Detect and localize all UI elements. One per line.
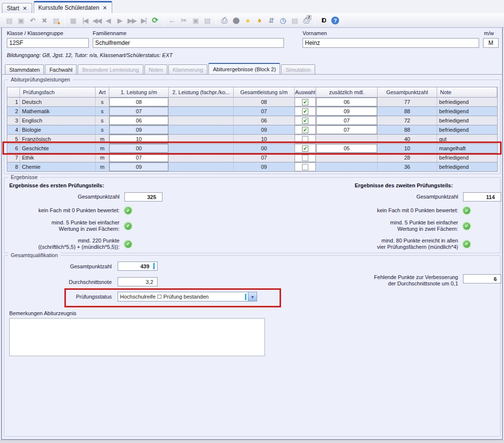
cell-leistung1-input[interactable]: 07 bbox=[109, 107, 169, 116]
table-row-franz-sisch[interactable]: 5Französischm101040gut bbox=[7, 134, 497, 143]
fehlende-punkte-field[interactable]: 6 bbox=[463, 274, 501, 283]
export-disc-icon[interactable]: ⬤ bbox=[231, 15, 242, 26]
checkbox-checked-icon[interactable]: ✔ bbox=[302, 108, 308, 115]
letter-icon[interactable]: ▤ bbox=[289, 15, 300, 26]
alarm-clock-icon[interactable]: ◷ bbox=[278, 15, 288, 26]
cell-zusaetzlich-mdl[interactable]: 09 bbox=[316, 107, 378, 116]
checkbox-checked-icon[interactable]: ✔ bbox=[302, 145, 308, 152]
window-tab-kursstufe-sch-lerdaten[interactable]: Kursstufe Schülerdaten✕ bbox=[34, 1, 112, 13]
print-z-icon[interactable]: ⎙Z bbox=[301, 15, 312, 26]
tab-noten: Noten bbox=[144, 64, 167, 74]
first-record-icon[interactable]: |◀ bbox=[80, 15, 90, 26]
checkbox-unchecked-icon[interactable] bbox=[302, 164, 308, 170]
cell-zusaetzlich-mdl[interactable]: 07 bbox=[316, 125, 378, 134]
cell-leistung1-input[interactable]: 00 bbox=[109, 144, 169, 153]
cell-note: befriedigend bbox=[437, 153, 497, 162]
klasse-input[interactable] bbox=[7, 38, 89, 48]
cell-leistung1-input[interactable]: 09 bbox=[109, 162, 169, 171]
column-header-1-leistung-s-m[interactable]: 1. Leistung s/m bbox=[109, 87, 169, 97]
tb-transfer-icon[interactable]: ⇵ bbox=[266, 15, 277, 26]
checkbox-checked-icon[interactable]: ✔ bbox=[302, 99, 308, 105]
column-header-zus-tzlich-mdl[interactable]: zusätzlich mdl. bbox=[316, 87, 378, 97]
table-row-deutsch[interactable]: 1Deutschs0808✔0677befriedigend bbox=[7, 97, 497, 106]
window-tab-start[interactable]: Start✕ bbox=[2, 3, 32, 13]
tab-close-icon[interactable]: ✕ bbox=[22, 5, 27, 12]
durchschnittsnote-field[interactable]: 3,2 bbox=[118, 277, 158, 286]
cell-leistung1-input[interactable]: 06 bbox=[109, 116, 169, 125]
cell-leistung2 bbox=[169, 107, 234, 116]
undo-icon-glyph: ↶ bbox=[30, 17, 36, 24]
last-record-icon-glyph: ▶| bbox=[141, 17, 146, 24]
checkbox-checked-icon[interactable]: ✔ bbox=[302, 118, 308, 124]
geschlecht-input[interactable] bbox=[483, 38, 499, 48]
criterion-row: kein Fach mit 0 Punkten bewertet:✔ bbox=[7, 207, 163, 214]
cell-note: befriedigend bbox=[437, 162, 497, 171]
cell-leistung1-input[interactable]: 07 bbox=[109, 153, 169, 162]
undo-icon[interactable]: ↶ bbox=[27, 15, 38, 26]
prev-record-icon[interactable]: ◀ bbox=[103, 15, 114, 26]
tab-stammdaten[interactable]: Stammdaten bbox=[5, 64, 44, 74]
cell-gesamtleistung: 07 bbox=[234, 107, 295, 116]
durchschnittsnote-label: Durchschnittsnote bbox=[4, 279, 112, 285]
cell-leistung1-input[interactable]: 10 bbox=[109, 135, 169, 143]
column-header-gesamtleistung-s-m[interactable]: Gesamtleistung s/m bbox=[234, 87, 295, 97]
cell-gesamtpunktzahl: 28 bbox=[378, 153, 437, 162]
table-row-chemie[interactable]: 8Chemiem090936befriedigend bbox=[7, 162, 497, 171]
tab-fachwahl[interactable]: Fachwahl bbox=[45, 64, 77, 74]
paste-icon[interactable]: ▤ bbox=[202, 15, 213, 26]
column-header-nr[interactable] bbox=[7, 87, 20, 97]
column-header-art[interactable]: Art bbox=[96, 87, 109, 97]
familienname-input[interactable] bbox=[93, 38, 284, 48]
next-record-icon[interactable]: ▶ bbox=[115, 15, 125, 26]
pruefungsstatus-combobox[interactable]: Hochschulreife ☐ Prüfung bestanden ▾ bbox=[118, 292, 257, 302]
vornamen-input[interactable] bbox=[302, 38, 479, 48]
column-header-gesamtpunktzahl[interactable]: Gesamtpunktzahl bbox=[378, 87, 437, 97]
remarks-textarea[interactable] bbox=[9, 318, 265, 356]
table-row-biologie[interactable]: 4Biologies0909✔0788befriedigend bbox=[7, 125, 497, 134]
cell-gesamtpunktzahl: 72 bbox=[378, 116, 437, 125]
id-label[interactable]: ID bbox=[318, 15, 329, 26]
checkbox-unchecked-icon[interactable] bbox=[302, 136, 308, 142]
gesamtpunktzahl-field[interactable]: 439 bbox=[118, 262, 158, 271]
cell-zusaetzlich-mdl[interactable]: 05 bbox=[316, 144, 378, 153]
cut-icon[interactable]: ✂ bbox=[179, 15, 189, 26]
combobox-dropdown-button[interactable]: ▾ bbox=[248, 292, 257, 301]
bildungsgang-info: Bildungsgang: G8, Jgst. 12, Tutor: n/a, … bbox=[7, 52, 173, 58]
column-header-auswahl[interactable]: Auswahl bbox=[295, 87, 316, 97]
checkbox-checked-icon[interactable]: ✔ bbox=[302, 127, 308, 133]
last-record-icon[interactable]: ▶| bbox=[138, 15, 149, 26]
delete-record-icon[interactable]: ✖ bbox=[39, 15, 50, 26]
fast-prev-icon[interactable]: ◀◀ bbox=[91, 15, 102, 26]
checkbox-unchecked-icon[interactable] bbox=[302, 155, 308, 161]
copy-icon[interactable]: ▣ bbox=[190, 15, 201, 26]
notification-horn-icon[interactable]: ♦ bbox=[254, 15, 265, 26]
table-row-mathematik[interactable]: 2Mathematiks0707✔0988befriedigend bbox=[7, 106, 497, 116]
criterion-row: kein Fach mit 0 Punkten bewertet:✔ bbox=[314, 207, 502, 214]
column-header-note[interactable]: Note bbox=[437, 87, 497, 97]
column-header-pr-fungsfach[interactable]: Prüfungsfach bbox=[20, 87, 96, 97]
record-list-icon[interactable]: ▦ bbox=[68, 15, 79, 26]
cell-leistung1-input[interactable]: 09 bbox=[109, 125, 169, 134]
second-total-row: Gesamtpunktzahl 114 bbox=[314, 192, 502, 201]
back-arrow-icon[interactable]: ← bbox=[167, 15, 178, 26]
fast-next-icon[interactable]: ▶▶ bbox=[126, 15, 137, 26]
column-header-2-leistung-fachpr-ko[interactable]: 2. Leistung (fachpr./ko... bbox=[169, 87, 234, 97]
main-toolbar: ▤▣↶✖▤▦|◀◀◀◀▶▶▶▶|⟳←✂▣▤⎙⬤●♦⇵◷▤⎙ZID? bbox=[0, 13, 504, 28]
refresh-icon[interactable]: ⟳ bbox=[150, 15, 161, 26]
tab-close-icon[interactable]: ✕ bbox=[102, 5, 107, 11]
table-row-ethik[interactable]: 7Ethikm070728befriedigend bbox=[7, 153, 497, 162]
gesamtpunktzahl-row: Gesamtpunktzahl 439 bbox=[4, 262, 165, 271]
tab-abiturergebnisse-block-2[interactable]: Abiturergebnisse (Block 2) bbox=[208, 63, 280, 74]
cell-zusaetzlich-mdl[interactable]: 06 bbox=[316, 98, 378, 106]
edit-form-icon[interactable]: ▤ bbox=[51, 15, 61, 26]
help-icon[interactable]: ? bbox=[330, 15, 341, 26]
cell-leistung1-input[interactable]: 08 bbox=[109, 98, 169, 106]
save-icon[interactable]: ▣ bbox=[16, 15, 26, 26]
table-row-geschichte[interactable]: 6Geschichtem0000✔0510mangelhaft bbox=[7, 143, 497, 153]
hint-bulb-icon[interactable]: ● bbox=[242, 15, 253, 26]
criterion-status: ✔ bbox=[120, 241, 163, 248]
print-icon[interactable]: ⎙ bbox=[219, 15, 230, 26]
table-row-englisch[interactable]: 3Englischs0606✔0772befriedigend bbox=[7, 116, 497, 125]
new-record-icon[interactable]: ▤ bbox=[4, 15, 15, 26]
cell-zusaetzlich-mdl[interactable]: 07 bbox=[316, 116, 378, 125]
